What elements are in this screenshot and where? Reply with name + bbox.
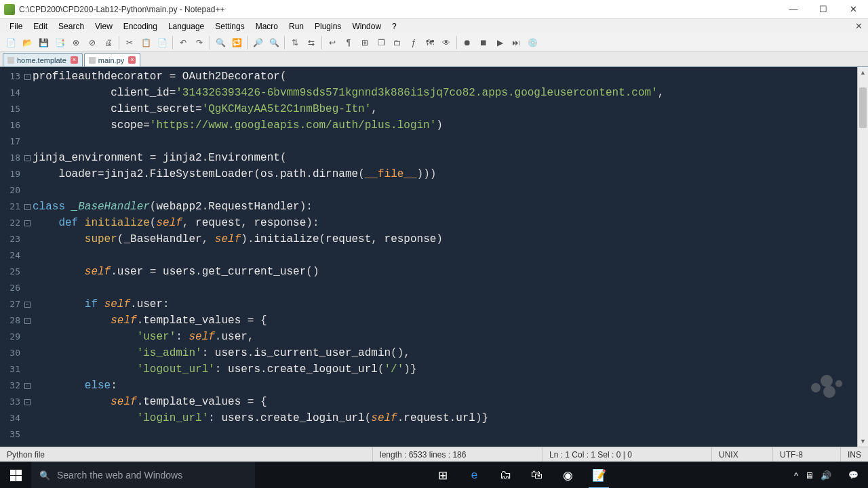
code-line[interactable]: 'logout_url': users.create_logout_url('/… <box>33 361 857 378</box>
close-button[interactable]: ✕ <box>838 0 868 19</box>
record-macro-icon[interactable]: ⏺ <box>460 35 475 50</box>
fold-marker[interactable] <box>23 426 31 443</box>
menu-help[interactable]: ? <box>387 20 402 33</box>
tab-home-template[interactable]: home.template× <box>3 53 83 66</box>
code-line[interactable]: self.user = users.get_current_user() <box>33 264 857 280</box>
start-button[interactable] <box>0 462 31 488</box>
fold-marker[interactable]: − <box>23 150 31 166</box>
lang-icon[interactable]: ❐ <box>374 35 389 50</box>
code-editor[interactable]: 1314151617181920212223242526272829303132… <box>0 67 868 447</box>
zoom-in-icon[interactable]: 🔎 <box>250 35 265 50</box>
sync-h-icon[interactable]: ⇆ <box>304 35 319 50</box>
fold-marker[interactable] <box>23 85 31 101</box>
func-list-icon[interactable]: ƒ <box>406 35 421 50</box>
scroll-down-icon[interactable]: ▼ <box>858 436 868 447</box>
paste-icon[interactable]: 📄 <box>155 35 170 50</box>
fold-column[interactable]: −−−−−−−− <box>23 67 31 447</box>
tray-volume-icon[interactable]: 🔊 <box>821 470 831 481</box>
code-line[interactable]: client_secret='QgKCMayAA5t2C1nmBbeg-Itn'… <box>33 101 857 117</box>
code-line[interactable]: def initialize(self, request, response): <box>33 215 857 231</box>
code-line[interactable]: self.template_values = { <box>33 394 857 410</box>
taskbar-search[interactable]: 🔍 Search the web and Windows <box>31 462 255 488</box>
code-line[interactable]: jinja_environment = jinja2.Environment( <box>33 150 857 166</box>
fold-marker[interactable] <box>23 247 31 264</box>
fold-marker[interactable] <box>23 134 31 150</box>
fold-marker[interactable]: − <box>23 199 31 215</box>
fold-marker[interactable] <box>23 410 31 426</box>
fold-marker[interactable]: − <box>23 378 31 394</box>
menu-encoding[interactable]: Encoding <box>118 20 163 33</box>
save-icon[interactable]: 💾 <box>36 35 51 50</box>
code-line[interactable]: profileauthdecorator = OAuth2Decorator( <box>33 68 857 85</box>
fold-marker[interactable] <box>23 231 31 247</box>
allchars-icon[interactable]: ¶ <box>341 35 356 50</box>
code-line[interactable]: class _BaseHandler(webapp2.RequestHandle… <box>33 199 857 215</box>
fold-marker[interactable]: − <box>23 68 31 85</box>
notifications-icon[interactable]: 💬 <box>838 462 868 488</box>
close-all-icon[interactable]: ⊘ <box>85 35 100 50</box>
fold-marker[interactable] <box>23 117 31 134</box>
fold-marker[interactable]: − <box>23 215 31 231</box>
store-icon[interactable]: 🛍 <box>521 462 552 488</box>
status-eol[interactable]: UNIX <box>712 447 773 462</box>
redo-icon[interactable]: ↷ <box>192 35 207 50</box>
menu-run[interactable]: Run <box>283 20 309 33</box>
document-close-icon[interactable]: ✕ <box>853 21 868 31</box>
play-multi-icon[interactable]: ⏭ <box>509 35 524 50</box>
new-file-icon[interactable]: 📄 <box>3 35 18 50</box>
code-area[interactable]: profileauthdecorator = OAuth2Decorator( … <box>31 67 857 447</box>
monitoring-icon[interactable]: 👁 <box>439 35 454 50</box>
code-line[interactable] <box>33 247 857 264</box>
code-line[interactable]: scope='https://www.googleapis.com/auth/p… <box>33 117 857 134</box>
scroll-up-icon[interactable]: ▲ <box>858 67 868 78</box>
save-all-icon[interactable]: 📑 <box>52 35 67 50</box>
fold-marker[interactable] <box>23 264 31 280</box>
status-encoding[interactable]: UTF-8 <box>773 447 841 462</box>
doc-map-icon[interactable]: 🗺 <box>422 35 437 50</box>
code-line[interactable]: loader=jinja2.FileSystemLoader(os.path.d… <box>33 166 857 182</box>
undo-icon[interactable]: ↶ <box>176 35 191 50</box>
fold-marker[interactable] <box>23 101 31 117</box>
fold-marker[interactable]: − <box>23 394 31 410</box>
code-line[interactable]: else: <box>33 378 857 394</box>
fold-marker[interactable]: − <box>23 312 31 329</box>
menu-language[interactable]: Language <box>163 20 210 33</box>
task-view-icon[interactable]: ⊞ <box>427 462 458 488</box>
menu-plugins[interactable]: Plugins <box>309 20 347 33</box>
fold-marker[interactable] <box>23 182 31 199</box>
code-line[interactable] <box>33 426 857 443</box>
chrome-icon[interactable]: ◉ <box>552 462 583 488</box>
code-line[interactable]: client_id='314326393426-6bvmm9sds571kgnn… <box>33 85 857 101</box>
notepadpp-taskbar-icon[interactable]: 📝 <box>583 462 614 488</box>
code-line[interactable] <box>33 134 857 150</box>
maximize-button[interactable]: ☐ <box>808 0 838 19</box>
code-line[interactable]: 'user': self.user, <box>33 329 857 345</box>
zoom-out-icon[interactable]: 🔍 <box>267 35 281 50</box>
menu-window[interactable]: Window <box>347 20 387 33</box>
code-line[interactable] <box>33 182 857 199</box>
tab-close-icon[interactable]: × <box>128 56 136 64</box>
open-file-icon[interactable]: 📂 <box>20 35 35 50</box>
code-line[interactable]: 'is_admin': users.is_current_user_admin(… <box>33 345 857 361</box>
menu-search[interactable]: Search <box>53 20 90 33</box>
indent-guide-icon[interactable]: ⊞ <box>357 35 372 50</box>
cut-icon[interactable]: ✂ <box>122 35 137 50</box>
menu-settings[interactable]: Settings <box>210 20 250 33</box>
print-icon[interactable]: 🖨 <box>101 35 116 50</box>
find-icon[interactable]: 🔍 <box>213 35 228 50</box>
copy-icon[interactable]: 📋 <box>138 35 153 50</box>
fold-marker[interactable] <box>23 361 31 378</box>
file-explorer-icon[interactable]: 🗂 <box>490 462 521 488</box>
close-file-icon[interactable]: ⊗ <box>68 35 83 50</box>
minimize-button[interactable]: — <box>778 0 808 19</box>
fold-marker[interactable]: − <box>23 296 31 312</box>
tab-close-icon[interactable]: × <box>71 56 78 64</box>
play-macro-icon[interactable]: ▶ <box>492 35 507 50</box>
replace-icon[interactable]: 🔁 <box>229 35 244 50</box>
code-line[interactable]: if self.user: <box>33 296 857 312</box>
fold-marker[interactable] <box>23 280 31 296</box>
fold-marker[interactable] <box>23 345 31 361</box>
menu-edit[interactable]: Edit <box>28 20 53 33</box>
menu-view[interactable]: View <box>90 20 118 33</box>
fold-marker[interactable] <box>23 329 31 345</box>
